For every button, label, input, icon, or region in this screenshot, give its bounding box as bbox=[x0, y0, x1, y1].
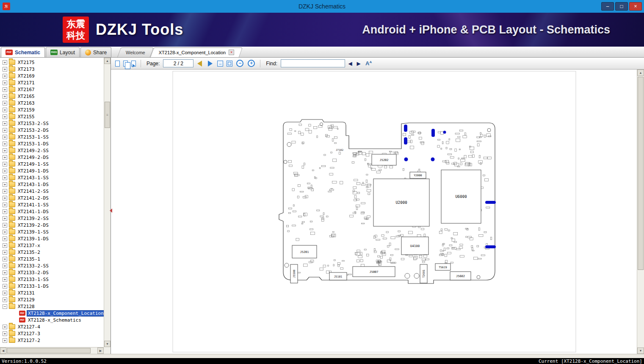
tree-item-XT2133-1-DS[interactable]: +XT2133-1-DS bbox=[0, 283, 104, 289]
tree-item-XT2141-2-DS[interactable]: +XT2141-2-DS bbox=[0, 195, 104, 201]
tree-item-label[interactable]: XT2128 bbox=[17, 304, 36, 309]
expand-icon[interactable]: + bbox=[3, 209, 7, 214]
tree-item-XT2167[interactable]: +XT2167 bbox=[0, 86, 104, 93]
zoom-in-button[interactable]: + bbox=[248, 60, 255, 67]
tree-item-XT2127-3[interactable]: +XT2127-3 bbox=[0, 330, 104, 337]
tree-item-XT2131[interactable]: +XT2131 bbox=[0, 289, 104, 296]
tab-welcome[interactable]: Welcome bbox=[119, 47, 152, 57]
tree-item-XT2153-2-SS[interactable]: +XT2153-2-SS bbox=[0, 120, 104, 127]
expand-icon[interactable]: + bbox=[3, 325, 7, 329]
tree-item-label[interactable]: XT2143-1-SS bbox=[17, 175, 50, 181]
expand-icon[interactable]: + bbox=[3, 291, 7, 295]
tree-item-label[interactable]: XT2127-4 bbox=[17, 324, 41, 330]
pdf-viewer[interactable]: J7102J5202Y2000U2000U6000U4100J5201J5500… bbox=[111, 69, 637, 354]
close-button[interactable]: × bbox=[629, 2, 642, 11]
collapse-icon[interactable]: − bbox=[3, 304, 7, 309]
tree-item-label[interactable]: XT2131 bbox=[17, 290, 36, 296]
tree-item-label[interactable]: XT2141-2-SS bbox=[17, 189, 50, 194]
expand-icon[interactable]: + bbox=[3, 189, 7, 194]
tree-item-label[interactable]: XT2171 bbox=[17, 80, 36, 86]
expand-icon[interactable]: + bbox=[3, 182, 7, 187]
expand-icon[interactable]: + bbox=[3, 196, 7, 200]
tree-item-label[interactable]: XT2133-1-DS bbox=[17, 283, 50, 289]
tree-item-label[interactable]: XT2129 bbox=[17, 297, 36, 303]
tab-schematic[interactable]: PDF Schematic bbox=[1, 47, 45, 57]
zoom-out-button[interactable]: − bbox=[236, 60, 243, 67]
find-input[interactable] bbox=[281, 59, 345, 67]
expand-icon[interactable]: + bbox=[3, 270, 7, 275]
tree-item-label[interactable]: XT2133-2-DS bbox=[17, 270, 50, 275]
tree-item-label[interactable]: XT2153-2-SS bbox=[17, 121, 50, 126]
tree-item-XT2153-1-DS[interactable]: +XT2153-1-DS bbox=[0, 140, 104, 147]
expand-icon[interactable]: + bbox=[3, 135, 7, 139]
tree-item-XT2141-2-SS[interactable]: +XT2141-2-SS bbox=[0, 188, 104, 195]
scroll-up-icon[interactable]: ▲ bbox=[104, 58, 111, 64]
expand-icon[interactable]: + bbox=[3, 148, 7, 153]
tree-item-label[interactable]: XT2141-2-DS bbox=[17, 195, 50, 201]
tree-item-XT2169[interactable]: +XT2169 bbox=[0, 72, 104, 79]
tab-layout[interactable]: PADS Layout bbox=[46, 47, 80, 57]
next-page-button[interactable] bbox=[208, 61, 213, 67]
viewer-vertical-scrollbar[interactable]: ▲ ▼ bbox=[637, 69, 644, 354]
tree-item-label[interactable]: XT2149-2-SS bbox=[17, 148, 50, 153]
tree-item-XT2139-2-SS[interactable]: +XT2139-2-SS bbox=[0, 215, 104, 222]
tree-item-label[interactable]: XT2128-x_Component_Location bbox=[27, 311, 104, 316]
tree-item-label[interactable]: XT2135-1 bbox=[17, 256, 41, 262]
tree-item-XT2128[interactable]: −XT2128 bbox=[0, 303, 104, 310]
tree-item-label[interactable]: XT2149-2-DS bbox=[17, 155, 50, 160]
expand-icon[interactable]: + bbox=[3, 155, 7, 160]
tree-item-label[interactable]: XT2153-2-DS bbox=[17, 128, 50, 133]
tree-item-label[interactable]: XT2165 bbox=[17, 94, 36, 99]
expand-icon[interactable]: + bbox=[3, 81, 7, 85]
tree-item-XT2175[interactable]: +XT2175 bbox=[0, 59, 104, 66]
tree-item-label[interactable]: XT2133-1-SS bbox=[17, 277, 50, 282]
previous-page-button[interactable] bbox=[197, 61, 202, 67]
tree-item-label[interactable]: XT2128-x_Schematics bbox=[27, 317, 82, 323]
tree-item-XT2139-1-DS[interactable]: +XT2139-1-DS bbox=[0, 235, 104, 242]
fit-page-button[interactable] bbox=[226, 60, 233, 67]
tree-item-XT2163[interactable]: +XT2163 bbox=[0, 100, 104, 106]
tree-item-label[interactable]: XT2155 bbox=[17, 114, 36, 119]
facing-pages-view-button[interactable] bbox=[122, 60, 129, 67]
tree-item-label[interactable]: XT2137-x bbox=[17, 243, 41, 248]
expand-icon[interactable]: + bbox=[3, 128, 7, 133]
tab-component-location[interactable]: XT2128-x_Component_Location × bbox=[152, 47, 241, 57]
tree-item-XT2128-x_Component_Location[interactable]: PDFXT2128-x_Component_Location bbox=[0, 310, 104, 317]
tree-item-label[interactable]: XT2153-1-DS bbox=[17, 141, 50, 147]
expand-icon[interactable]: + bbox=[3, 230, 7, 234]
tree-item-XT2149-2-SS[interactable]: +XT2149-2-SS bbox=[0, 147, 104, 154]
expand-icon[interactable]: + bbox=[3, 121, 7, 126]
expand-icon[interactable]: + bbox=[3, 277, 7, 282]
tree-item-XT2149-1-SS[interactable]: +XT2149-1-SS bbox=[0, 161, 104, 167]
tree-item-XT2149-1-DS[interactable]: +XT2149-1-DS bbox=[0, 167, 104, 174]
tree-item-label[interactable]: XT2135-2 bbox=[17, 250, 41, 255]
expand-icon[interactable]: + bbox=[3, 250, 7, 255]
tree-item-XT2133-2-DS[interactable]: +XT2133-2-DS bbox=[0, 269, 104, 276]
tree-item-label[interactable]: XT2173 bbox=[17, 67, 36, 72]
tree-item-label[interactable]: XT2149-1-DS bbox=[17, 168, 50, 174]
tree-item-XT2155[interactable]: +XT2155 bbox=[0, 113, 104, 120]
expand-icon[interactable]: + bbox=[3, 223, 7, 228]
tree-item-XT2159[interactable]: +XT2159 bbox=[0, 106, 104, 113]
tree-item-XT2149-2-DS[interactable]: +XT2149-2-DS bbox=[0, 154, 104, 161]
tree-item-XT2135-1[interactable]: +XT2135-1 bbox=[0, 256, 104, 262]
tree-item-XT2143-1-DS[interactable]: +XT2143-1-DS bbox=[0, 181, 104, 188]
tree-scrollbar-thumb[interactable]: ≡ bbox=[105, 102, 110, 128]
expand-icon[interactable]: + bbox=[3, 257, 7, 261]
sidebar-collapse-handle[interactable] bbox=[108, 208, 112, 213]
tree-item-label[interactable]: XT2149-1-SS bbox=[17, 161, 50, 167]
tree-item-XT2129[interactable]: +XT2129 bbox=[0, 296, 104, 303]
tree-item-XT2135-2[interactable]: +XT2135-2 bbox=[0, 249, 104, 256]
tree-item-XT2139-2-DS[interactable]: +XT2139-2-DS bbox=[0, 222, 104, 228]
tree-item-label[interactable]: XT2141-1-DS bbox=[17, 209, 50, 214]
expand-icon[interactable]: + bbox=[3, 60, 7, 65]
tree-item-label[interactable]: XT2163 bbox=[17, 100, 36, 106]
expand-icon[interactable]: + bbox=[3, 284, 7, 289]
tree-item-XT2141-1-SS[interactable]: +XT2141-1-SS bbox=[0, 201, 104, 208]
scroll-right-icon[interactable]: ▶ bbox=[97, 347, 104, 354]
tree-item-label[interactable]: XT2139-1-SS bbox=[17, 229, 50, 235]
tree-item-XT2127-2[interactable]: +XT2127-2 bbox=[0, 337, 104, 344]
tree-item-label[interactable]: XT2127-3 bbox=[17, 331, 41, 336]
tree-item-label[interactable]: XT2159 bbox=[17, 107, 36, 113]
tree-item-label[interactable]: XT2133-2-SS bbox=[17, 263, 50, 269]
